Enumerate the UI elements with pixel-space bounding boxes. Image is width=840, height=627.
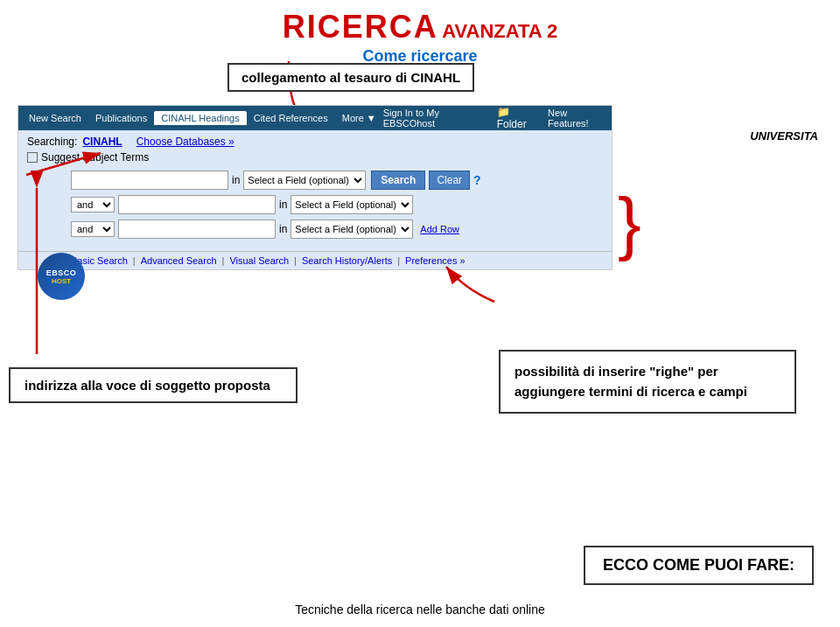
bottom-link-visual[interactable]: Visual Search xyxy=(229,255,289,266)
search-button[interactable]: Search xyxy=(371,171,425,190)
title-ricerca: RICERCA xyxy=(283,9,438,45)
nav-signin[interactable]: Sign In to My EBSCOhost xyxy=(383,108,490,129)
nav-right-area: Sign In to My EBSCOhost 📁 Folder New Fea… xyxy=(383,106,608,130)
bottom-links: Basic Search | Advanced Search | Visual … xyxy=(18,251,612,269)
field-select-3[interactable]: Select a Field (optional) xyxy=(290,219,413,239)
search-input-2[interactable] xyxy=(118,195,276,214)
in-label-2: in xyxy=(279,199,287,211)
callout-bottom-left: indirizza alla voce di soggetto proposta xyxy=(9,367,298,403)
nav-cited-references[interactable]: Cited References xyxy=(247,111,335,125)
arrow-to-addrow xyxy=(420,254,508,306)
search-row-2: and in Select a Field (optional) xyxy=(71,195,481,214)
help-button[interactable]: ? xyxy=(473,173,481,187)
search-row-3: and in Select a Field (optional) Add Row xyxy=(71,219,481,239)
ebsco-brand-text: EBSCO xyxy=(46,268,77,277)
title-area: RICERCA AVANZATA 2 Come ricercare xyxy=(0,0,840,67)
nav-folder[interactable]: 📁 Folder xyxy=(497,106,541,130)
callout-top-box: collegamento al tesauro di CINAHL xyxy=(228,63,474,92)
callout-ecco: ECCO COME PUOI FARE: xyxy=(584,546,814,585)
bottom-link-history[interactable]: Search History/Alerts xyxy=(302,255,392,266)
add-row-link[interactable]: Add Row xyxy=(420,224,459,234)
in-label-3: in xyxy=(279,223,287,235)
search-rows-area: in Select a Field (optional) Search Clea… xyxy=(71,171,481,244)
nav-more[interactable]: More ▼ xyxy=(335,111,383,125)
nav-publications[interactable]: Publications xyxy=(88,111,154,125)
nav-new-features[interactable]: New Features! xyxy=(548,108,608,129)
callout-bottom-right: possibilità di inserire "righe" per aggi… xyxy=(499,350,796,414)
ebsco-logo: EBSCO HOST xyxy=(38,253,85,300)
field-select-1[interactable]: Select a Field (optional) xyxy=(243,171,366,190)
ebsco-interface: New Search Publications CINAHL Headings … xyxy=(18,105,612,270)
in-label-1: in xyxy=(232,174,240,186)
field-select-2[interactable]: Select a Field (optional) xyxy=(290,195,413,214)
ebsco-host-text: HOST xyxy=(52,277,71,285)
search-area: EBSCO HOST in Select a Field (optional) … xyxy=(27,171,603,244)
brace-annotation: } xyxy=(618,188,641,258)
nav-bar: New Search Publications CINAHL Headings … xyxy=(18,106,612,130)
univ-label: UNIVERSITA xyxy=(750,129,818,143)
search-row-1: in Select a Field (optional) Search Clea… xyxy=(71,171,481,190)
nav-cinahl-headings[interactable]: CINAHL Headings xyxy=(154,111,246,125)
nav-new-search[interactable]: New Search xyxy=(22,111,88,125)
choose-db-link[interactable]: Choose Databases » xyxy=(136,136,234,148)
bottom-link-advanced[interactable]: Advanced Search xyxy=(141,255,217,266)
search-input-3[interactable] xyxy=(118,219,276,239)
clear-button[interactable]: Clear xyxy=(429,171,470,190)
title-avanzata: AVANZATA 2 xyxy=(442,20,557,42)
footer-text: Tecniche della ricerca nelle banche dati… xyxy=(0,603,840,617)
